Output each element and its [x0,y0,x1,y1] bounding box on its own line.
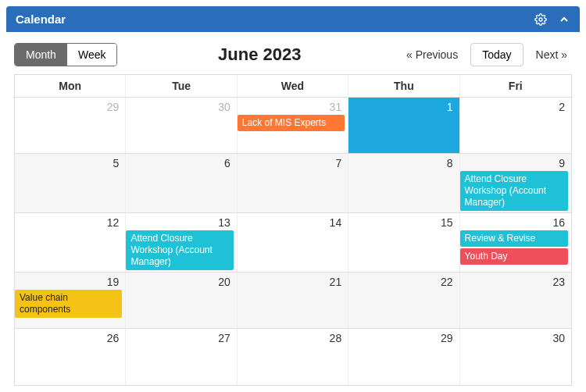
events: Lack of MIS Experts [238,113,348,133]
day-cell[interactable]: 15 [348,213,459,272]
day-number: 26 [15,329,125,344]
prev-button[interactable]: « Previous [402,45,463,64]
day-cell[interactable]: 13 Attend Closure Workshop (Account Mana… [126,213,237,272]
day-cell[interactable]: 8 [348,154,459,212]
day-cell[interactable]: 30 [460,329,571,385]
events: Value chain components [15,288,125,319]
day-cell[interactable]: 6 [126,154,237,212]
day-cell[interactable]: 22 [348,273,459,328]
events: Attend Closure Workshop (Account Manager… [126,229,236,272]
day-number: 16 [460,213,571,229]
day-number: 5 [15,154,125,169]
day-number: 13 [126,213,236,229]
day-cell[interactable]: 29 [348,329,459,385]
col-header-thu: Thu [348,75,459,97]
day-number: 20 [126,273,236,288]
calendar-row: 19 Value chain components 20 21 22 23 [15,273,571,329]
view-month-button[interactable]: Month [15,44,67,66]
day-number: 30 [460,329,571,344]
col-header-wed: Wed [238,75,348,97]
day-number: 30 [126,98,236,113]
col-header-mon: Mon [15,75,126,97]
event-closure-workshop[interactable]: Attend Closure Workshop (Account Manager… [126,230,233,270]
day-cell[interactable]: 9 Attend Closure Workshop (Account Manag… [460,154,571,212]
events: Attend Closure Workshop (Account Manager… [460,169,571,212]
panel-header: Calendar [6,6,580,32]
calendar-header-row: Mon Tue Wed Thu Fri [15,75,571,98]
day-number: 1 [348,98,459,113]
next-button[interactable]: Next » [531,45,572,64]
panel-header-icons [534,13,570,26]
day-number: 21 [238,273,348,288]
day-number: 29 [348,329,459,344]
day-number: 7 [238,154,348,169]
chevron-up-icon[interactable] [558,13,570,26]
calendar-grid: Mon Tue Wed Thu Fri 29 30 31 Lack of MIS… [14,74,572,386]
day-cell[interactable]: 21 [238,273,348,328]
event-lack-mis[interactable]: Lack of MIS Experts [238,115,345,131]
day-number: 15 [348,213,459,229]
day-cell[interactable]: 12 [15,213,126,272]
event-youth-day[interactable]: Youth Day [460,248,568,265]
day-number: 28 [238,329,348,344]
col-header-tue: Tue [126,75,237,97]
day-cell[interactable]: 16 Review & Revise Youth Day [460,213,571,272]
day-number: 9 [460,154,571,169]
day-cell[interactable]: 27 [126,329,237,385]
day-number: 19 [15,273,125,288]
svg-point-0 [539,18,542,21]
nav-controls: « Previous Today Next » [402,43,572,66]
day-cell[interactable]: 2 [460,98,571,153]
calendar-title: June 2023 [117,45,402,65]
panel-title: Calendar [16,12,66,26]
day-cell[interactable]: 19 Value chain components [15,273,126,328]
day-cell[interactable]: 29 [15,98,126,153]
day-cell[interactable]: 26 [15,329,126,385]
day-cell[interactable]: 5 [15,154,126,212]
day-cell[interactable]: 7 [238,154,348,212]
event-closure-workshop[interactable]: Attend Closure Workshop (Account Manager… [460,171,568,211]
view-toggle: Month Week [14,43,117,66]
calendar-row: 12 13 Attend Closure Workshop (Account M… [15,213,571,273]
day-number: 27 [126,329,236,344]
day-cell[interactable]: 23 [460,273,571,328]
day-number: 29 [15,98,125,113]
day-cell-selected[interactable]: 1 [348,98,459,153]
day-number: 22 [348,273,459,288]
day-number: 2 [460,98,571,113]
day-number: 14 [238,213,348,229]
calendar-toolbar: Month Week June 2023 « Previous Today Ne… [6,32,580,74]
calendar-row: 26 27 28 29 30 [15,329,571,385]
gear-icon[interactable] [534,13,547,26]
day-number: 8 [348,154,459,169]
calendar-row: 29 30 31 Lack of MIS Experts 1 2 [15,98,571,154]
events: Review & Revise Youth Day [460,229,571,266]
day-number: 31 [238,98,348,113]
calendar-panel: Calendar Month Week June 2023 « Previous… [6,6,580,392]
event-review-revise[interactable]: Review & Revise [460,230,568,247]
day-number: 12 [15,213,125,229]
event-value-chain[interactable]: Value chain components [15,290,122,318]
calendar-row: 5 6 7 8 9 Attend Closure Workshop (Accou… [15,154,571,213]
day-cell[interactable]: 30 [126,98,237,153]
day-number: 6 [126,154,236,169]
today-button[interactable]: Today [470,43,523,66]
day-cell[interactable]: 31 Lack of MIS Experts [238,98,348,153]
day-cell[interactable]: 20 [126,273,237,328]
day-number: 23 [460,273,571,288]
view-week-button[interactable]: Week [67,44,117,66]
day-cell[interactable]: 28 [238,329,348,385]
col-header-fri: Fri [460,75,571,97]
day-cell[interactable]: 14 [238,213,348,272]
